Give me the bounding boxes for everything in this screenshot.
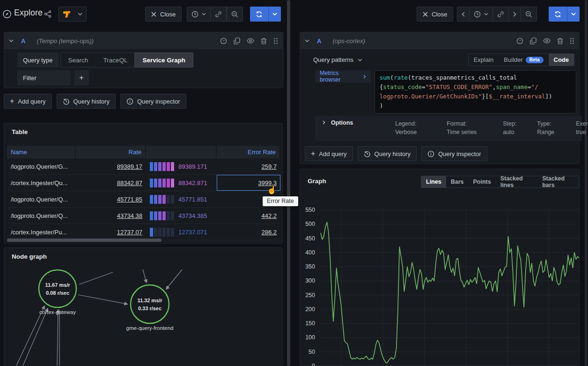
error-rate-link[interactable]: 259.7 — [261, 163, 277, 170]
query-datasource-label: (Tempo (tempo-ops)) — [37, 37, 94, 45]
right-pane-scrollbar[interactable] — [585, 0, 587, 366]
help-icon[interactable]: ? — [516, 37, 523, 45]
table-panel-title: Table — [4, 123, 282, 135]
y-axis-tick-label: 550 — [305, 207, 315, 213]
close-split-button[interactable]: Close — [145, 7, 182, 22]
promql-query-editor[interactable]: sum(rate(traces_spanmetrics_calls_total{… — [375, 70, 576, 113]
metrics-browser-button[interactable]: Metrics browser — [315, 70, 371, 82]
graph-mode-stacked-lines[interactable]: Stacked lines — [496, 176, 538, 188]
plus-icon: + — [10, 97, 14, 105]
refresh-button[interactable] — [250, 7, 268, 22]
rate-link[interactable]: 88342.87 — [117, 179, 142, 187]
timeseries-chart[interactable]: 550500450400350300250200150100500 — [300, 202, 579, 366]
graph-mode-lines[interactable]: Lines — [421, 176, 446, 188]
query-options-row[interactable]: Options Legend:VerboseFormat:Time series… — [315, 116, 582, 141]
collapse-chevron-icon[interactable] — [305, 39, 309, 42]
code-line: logproto.Querier/GetChunkIDs"}[$__rate_i… — [380, 92, 571, 101]
graph-mode-points[interactable]: Points — [468, 176, 495, 188]
link-split-button-right[interactable] — [493, 7, 509, 21]
run-query-button — [250, 7, 281, 22]
remove-query-trash-icon[interactable] — [261, 37, 267, 45]
remove-query-trash-icon[interactable] — [557, 37, 563, 45]
table-column-header[interactable]: Name — [7, 146, 76, 158]
error-rate-link[interactable]: 442.2 — [261, 212, 277, 219]
cell-rate: 43734.38 — [76, 208, 146, 224]
table-row: /logproto.Querier/Q...43734.3843734.3854… — [7, 208, 280, 224]
right-pane: Close A (ops-cortex) — [294, 0, 584, 366]
table-row: /logproto.Querier/Q...45771.8545771.8515… — [7, 191, 280, 208]
query-history-button[interactable]: Query history — [358, 146, 417, 161]
node-graph-edge — [78, 295, 127, 304]
disable-query-eye-icon[interactable] — [247, 38, 254, 44]
query-type-option[interactable]: TraceQL — [96, 53, 135, 67]
query-patterns-dropdown[interactable]: Query patterns — [313, 56, 362, 63]
run-interval-dropdown[interactable] — [268, 7, 281, 22]
filter-label: Filter — [17, 70, 71, 85]
run-interval-dropdown[interactable] — [567, 7, 580, 22]
rate-link[interactable]: 89389.17 — [117, 163, 142, 170]
link-split-button[interactable] — [210, 7, 227, 21]
chevron-down-icon — [272, 13, 277, 15]
led-gauge — [150, 211, 174, 220]
query-ref-id[interactable]: A — [21, 37, 25, 45]
node-stat: 11.67 ms/r — [45, 282, 70, 288]
rate-link[interactable]: 12737.07 — [117, 229, 142, 236]
rate-link[interactable]: 45771.85 — [117, 196, 142, 203]
node-graph-node[interactable] — [39, 270, 76, 307]
cell-error-rate: 286.2 — [217, 224, 280, 240]
editor-tab-builder[interactable]: BuilderBeta — [499, 54, 548, 66]
help-icon[interactable]: ? — [220, 37, 227, 45]
table-panel: Table NameRateError Rate /logproto.Queri… — [4, 123, 283, 244]
close-split-button-right[interactable]: Close — [417, 7, 453, 22]
add-filter-button[interactable]: + — [74, 70, 89, 85]
duplicate-query-icon[interactable] — [530, 37, 537, 45]
time-picker-button-right[interactable] — [470, 7, 493, 21]
editor-tab-code[interactable]: Code — [549, 54, 574, 66]
node-stat: 11.32 ms/r — [137, 298, 162, 303]
graph-mode-stacked-bars[interactable]: Stacked bars — [537, 176, 579, 188]
led-gauge — [150, 179, 174, 187]
query-history-button[interactable]: Query history — [57, 94, 116, 109]
query-inspector-button[interactable]: Query inspector — [421, 146, 487, 161]
refresh-button[interactable] — [549, 7, 567, 22]
query-ref-id[interactable]: A — [317, 37, 321, 45]
zoom-out-button-right[interactable] — [521, 7, 537, 21]
history-icon — [364, 150, 371, 157]
table-row: /cortex.Ingester/Pu...12737.0712737.0712… — [7, 224, 280, 240]
chevron-right-icon — [323, 120, 325, 125]
table-horizontal-scrollbar[interactable] — [7, 239, 162, 242]
time-shift-forward-button[interactable] — [509, 7, 521, 21]
disable-query-eye-icon[interactable] — [543, 38, 551, 44]
table-column-header[interactable] — [146, 146, 217, 158]
error-rate-link[interactable]: 286.2 — [261, 229, 277, 236]
query-type-option[interactable]: Search — [61, 53, 96, 67]
gauge-value: 43734.385 — [178, 212, 207, 219]
zoom-out-button[interactable] — [227, 7, 243, 21]
chevron-left-icon — [462, 12, 465, 17]
node-graph-canvas[interactable]: 11.67 ms/r0.08 r/seccortex-gateway11.32 … — [4, 262, 282, 366]
table-column-header[interactable]: Rate — [76, 146, 146, 158]
rate-link[interactable]: 43734.38 — [117, 212, 142, 219]
duplicate-query-icon[interactable] — [234, 37, 240, 45]
editor-tab-explain[interactable]: Explain — [469, 54, 499, 66]
drag-handle-icon[interactable] — [570, 37, 574, 45]
time-picker-button[interactable] — [187, 7, 210, 21]
datasource-picker[interactable] — [59, 7, 87, 22]
time-shift-back-button[interactable] — [457, 7, 470, 21]
query-type-option[interactable]: Service Graph — [135, 53, 193, 67]
share-icon[interactable] — [44, 10, 51, 18]
svg-text:?: ? — [519, 39, 521, 43]
add-query-button[interactable]: + Add query — [4, 94, 52, 109]
query-inspector-button[interactable]: Query inspector — [120, 94, 186, 109]
graph-mode-bars[interactable]: Bars — [446, 176, 469, 188]
cell-rate: 88342.87 — [76, 175, 146, 191]
drag-handle-icon[interactable] — [273, 37, 278, 45]
table-column-header[interactable]: Error Rate — [217, 146, 280, 158]
node-graph-node[interactable] — [131, 285, 169, 323]
node-graph-edge — [23, 308, 48, 366]
collapse-chevron-icon[interactable] — [9, 39, 14, 42]
query-option-summary: Type:Range — [537, 120, 554, 136]
add-query-button[interactable]: + Add query — [305, 146, 353, 161]
query-datasource-label: (ops-cortex) — [332, 37, 365, 45]
left-pane-scrollbar[interactable] — [287, 0, 290, 366]
